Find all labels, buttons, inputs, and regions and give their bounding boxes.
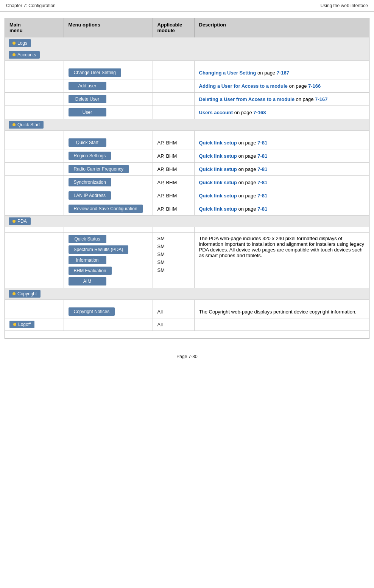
spacer-row-accounts — [5, 61, 369, 66]
main-menu-cell — [5, 305, 64, 318]
synchronization-button[interactable]: Synchronization — [69, 178, 111, 186]
user-button[interactable]: User — [69, 108, 106, 116]
copyright-notices-button[interactable]: Copyright Notices — [69, 307, 115, 316]
page-footer: Page 7-80 — [0, 345, 374, 368]
lan-ip-address-button[interactable]: LAN IP Address — [69, 191, 111, 200]
main-menu-cell — [5, 149, 64, 163]
module-cell — [153, 106, 194, 119]
link-users-account[interactable]: Users account — [199, 110, 233, 115]
spacer-row-quick-start — [5, 131, 369, 136]
module-cell — [153, 93, 194, 106]
link-page-7-167-2[interactable]: 7-167 — [315, 96, 327, 102]
link-deleting-user[interactable]: Deleting a User from Access to a module — [199, 96, 295, 102]
quick-status-button[interactable]: Quick Status — [69, 235, 106, 243]
quick-start-button[interactable]: Quick Start — [69, 138, 106, 147]
menu-option-cell-delete-user: Delete User — [64, 93, 153, 106]
section-label-accounts: Accounts — [17, 52, 36, 57]
link-page-7-81-3[interactable]: 7-81 — [257, 166, 267, 172]
link-page-7-166[interactable]: 7-166 — [308, 83, 321, 89]
information-button[interactable]: Information — [69, 256, 106, 264]
col-header-description: Description — [194, 18, 369, 37]
link-page-7-81-6[interactable]: 7-81 — [257, 206, 267, 212]
section-cell-logs: Logs — [5, 37, 369, 49]
link-page-7-167-1[interactable]: 7-167 — [277, 70, 289, 76]
delete-user-button[interactable]: Delete User — [69, 95, 106, 103]
desc-text: on page — [238, 166, 258, 172]
link-page-7-168[interactable]: 7-168 — [253, 110, 266, 115]
add-user-button[interactable]: Add user — [69, 82, 106, 90]
link-quick-link-setup-1[interactable]: Quick link setup — [199, 140, 237, 146]
section-title: Using the web interface — [321, 3, 368, 8]
link-quick-link-setup-2[interactable]: Quick link setup — [199, 153, 237, 159]
desc-cell: Quick link setup on page 7-81 — [194, 163, 369, 176]
section-label-pda: PDA — [17, 219, 27, 224]
region-settings-button[interactable]: Region Settings — [69, 152, 111, 160]
col-header-main-menu: Mainmenu — [5, 18, 64, 37]
link-page-7-81-1[interactable]: 7-81 — [257, 140, 267, 146]
col-header-menu-options: Menu options — [64, 18, 153, 37]
module-cell: AP, BHM — [153, 163, 194, 176]
pda-description-cell: The PDA web-page includes 320 x 240 pixe… — [194, 233, 369, 288]
spectrum-results-pda-button[interactable]: Spectrum Results (PDA) — [69, 245, 129, 254]
main-menu-cell-logoff: Logoff — [5, 318, 64, 331]
link-page-7-81-2[interactable]: 7-81 — [257, 153, 267, 159]
desc-cell: Changing a User Setting on page 7-167 — [194, 66, 369, 79]
link-quick-link-setup-3[interactable]: Quick link setup — [199, 166, 237, 172]
desc-cell: Users account on page 7-168 — [194, 106, 369, 119]
section-badge-accounts[interactable]: Accounts — [9, 51, 40, 59]
module-cell-logoff: All — [153, 318, 194, 331]
section-row-copyright: Copyright — [5, 288, 369, 300]
main-menu-cell — [5, 189, 64, 202]
table-row: Delete User Deleting a User from Access … — [5, 93, 369, 106]
link-quick-link-setup-5[interactable]: Quick link setup — [199, 193, 237, 199]
module-cell — [153, 66, 194, 79]
link-changing-user-setting[interactable]: Changing a User Setting — [199, 70, 256, 76]
section-badge-logoff[interactable]: Logoff — [9, 321, 34, 328]
section-row-accounts: Accounts — [5, 49, 369, 61]
desc-cell: Quick link setup on page 7-81 — [194, 136, 369, 149]
section-badge-pda[interactable]: PDA — [9, 217, 31, 225]
table-row: Logoff All — [5, 318, 369, 331]
section-badge-logs[interactable]: Logs — [9, 39, 31, 47]
desc-cell: Adding a User for Access to a module on … — [194, 79, 369, 93]
link-quick-link-setup-6[interactable]: Quick link setup — [199, 206, 237, 212]
module-cell: AP, BHM — [153, 176, 194, 189]
bhm-evaluation-button[interactable]: BHM Evaluation — [69, 267, 112, 275]
desc-cell: Quick link setup on page 7-81 — [194, 176, 369, 189]
main-table: Mainmenu Menu options Applicablemodule D… — [5, 18, 369, 338]
menu-option-cell-lan-ip: LAN IP Address — [64, 189, 153, 202]
table-row: Synchronization AP, BHM Quick link setup… — [5, 176, 369, 189]
change-user-setting-button[interactable]: Change User Setting — [69, 68, 121, 77]
section-label-copyright: Copyright — [17, 291, 37, 296]
section-row-pda: PDA — [5, 216, 369, 227]
dot-icon-copyright — [12, 292, 16, 295]
table-row: Change User Setting Changing a User Sett… — [5, 66, 369, 79]
section-label-logs: Logs — [17, 40, 27, 46]
main-menu-cell — [5, 163, 64, 176]
dot-icon-quick-start — [12, 123, 16, 126]
aim-button[interactable]: AIM — [69, 277, 106, 285]
link-adding-user[interactable]: Adding a User for Access to a module — [199, 83, 288, 89]
main-menu-cell — [5, 66, 64, 79]
radio-carrier-frequency-button[interactable]: Radio Carrier Frequency — [69, 165, 129, 173]
desc-text: on page — [238, 206, 258, 212]
section-label-logoff: Logoff — [18, 322, 31, 327]
review-save-config-button[interactable]: Review and Save Configuration — [69, 205, 143, 213]
section-cell-copyright: Copyright — [5, 288, 369, 300]
dot-icon-accounts — [12, 53, 16, 56]
desc-text: on page — [238, 180, 258, 185]
section-badge-quick-start[interactable]: Quick Start — [9, 121, 44, 129]
desc-cell-logoff — [194, 318, 369, 331]
link-page-7-81-5[interactable]: 7-81 — [257, 193, 267, 199]
menu-option-cell-user: User — [64, 106, 153, 119]
link-page-7-81-4[interactable]: 7-81 — [257, 180, 267, 185]
section-badge-copyright[interactable]: Copyright — [9, 290, 41, 298]
main-menu-cell — [5, 93, 64, 106]
link-quick-link-setup-4[interactable]: Quick link setup — [199, 180, 237, 185]
main-table-container: Mainmenu Menu options Applicablemodule D… — [5, 18, 369, 339]
menu-option-cell-logoff — [64, 318, 153, 331]
module-cell — [153, 79, 194, 93]
table-row: Review and Save Configuration AP, BHM Qu… — [5, 202, 369, 216]
main-menu-cell — [5, 106, 64, 119]
section-row-logs: Logs — [5, 37, 369, 49]
